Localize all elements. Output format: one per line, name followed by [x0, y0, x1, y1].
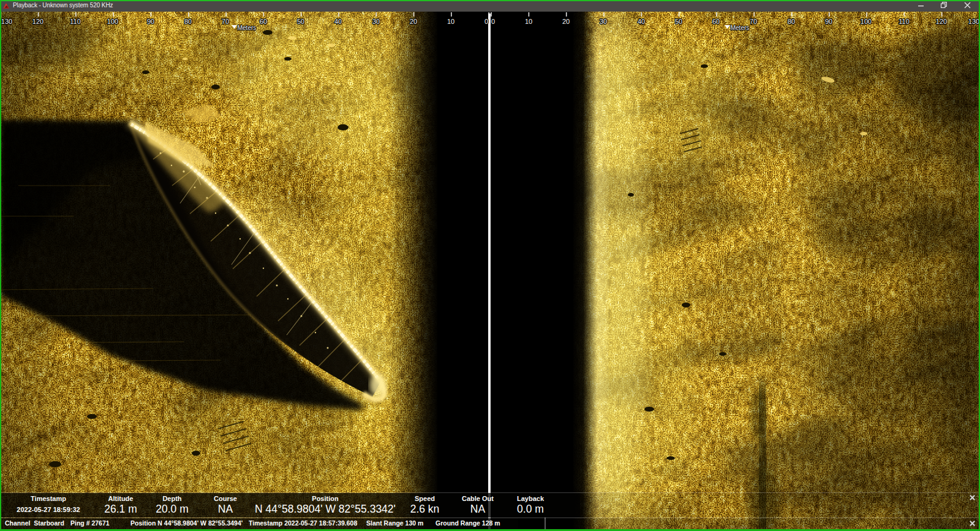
svg-text:60: 60 — [260, 18, 267, 25]
svg-text:20: 20 — [410, 18, 417, 25]
svg-text:90: 90 — [147, 18, 154, 25]
svg-text:100: 100 — [861, 18, 872, 25]
svg-text:Meters: Meters — [238, 24, 257, 31]
svg-text:30: 30 — [600, 18, 607, 25]
svg-text:Meters: Meters — [731, 24, 750, 31]
svg-text:90: 90 — [825, 18, 832, 25]
svg-text:30: 30 — [372, 18, 380, 25]
svg-text:110: 110 — [70, 18, 81, 25]
svg-text:10: 10 — [447, 18, 454, 25]
svg-text:80: 80 — [184, 18, 192, 25]
svg-text:100: 100 — [107, 18, 118, 25]
svg-text:0: 0 — [484, 18, 488, 25]
svg-text:110: 110 — [899, 18, 910, 25]
svg-text:80: 80 — [788, 18, 795, 25]
svg-text:120: 120 — [32, 18, 43, 25]
svg-text:120: 120 — [936, 18, 947, 25]
svg-text:70: 70 — [222, 18, 229, 25]
svg-text:130: 130 — [1, 18, 12, 25]
svg-text:130: 130 — [968, 18, 979, 25]
svg-text:50: 50 — [675, 18, 682, 25]
svg-text:20: 20 — [562, 18, 570, 25]
svg-text:70: 70 — [750, 18, 757, 25]
svg-text:60: 60 — [712, 18, 720, 25]
svg-text:40: 40 — [334, 18, 342, 25]
svg-text:40: 40 — [638, 18, 645, 25]
svg-text:50: 50 — [297, 18, 304, 25]
svg-text:0: 0 — [491, 18, 495, 25]
svg-text:10: 10 — [525, 18, 532, 25]
